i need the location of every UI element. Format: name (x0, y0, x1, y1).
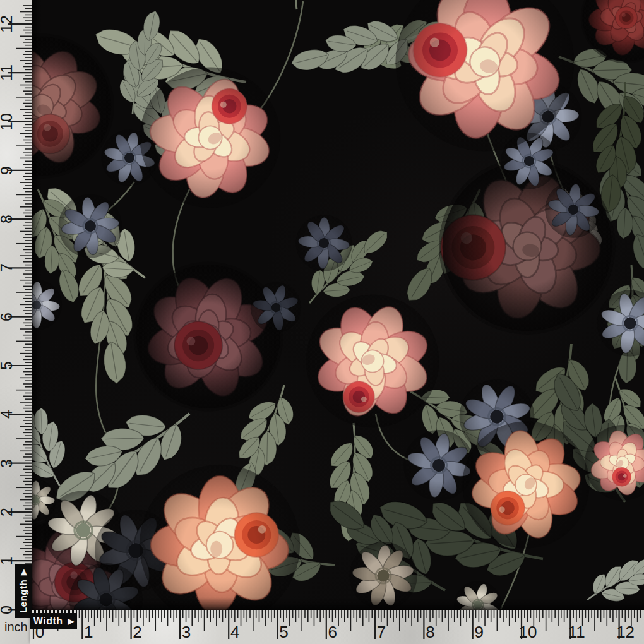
ruler-number: 3 (182, 623, 191, 642)
width-badge: Width ▶ (30, 610, 77, 629)
ruler-number: 8 (0, 210, 15, 228)
rose-flower (140, 465, 300, 625)
ruler-number: 10 (519, 623, 537, 642)
ruler-number: 1 (0, 552, 15, 569)
fabric-product-image: 0123456789101112 Length ▶ 01234567891011… (0, 0, 644, 644)
ruler-number: 5 (279, 623, 288, 642)
ruler-number: 10 (0, 113, 15, 131)
ruler-number: 7 (377, 623, 386, 642)
arrow-right-icon: ▶ (68, 617, 75, 625)
length-badge: Length ▶ (15, 564, 32, 618)
arrow-up-icon: ▶ (20, 569, 27, 575)
ruler-number: 9 (0, 162, 15, 179)
fabric-swatch (0, 0, 644, 644)
ruler-number: 12 (0, 15, 15, 33)
floral-print-artwork (0, 0, 644, 644)
ruler-number: 1 (84, 623, 93, 642)
leaf-sprig (270, 0, 329, 11)
dark-rose-flower (117, 245, 301, 429)
width-badge-label: Width (33, 616, 63, 627)
ruler-number: 11 (568, 623, 585, 642)
length-badge-label: Length (18, 580, 28, 613)
ruler-number: 2 (133, 623, 141, 642)
ruler-number: 8 (426, 623, 434, 642)
ruler-number: 9 (474, 623, 483, 642)
daisy-flower (349, 542, 417, 610)
ruler-number: 6 (0, 308, 15, 326)
ruler-number: 4 (230, 623, 239, 642)
ruler-number: 0 (0, 601, 15, 619)
ruler-number: 7 (0, 259, 15, 277)
ruler-number: 6 (328, 623, 337, 642)
ruler-number: 11 (0, 64, 15, 81)
vertical-length-ruler: 0123456789101112 Length ▶ (0, 0, 32, 644)
leaf-sprig (578, 541, 644, 617)
ruler-number: 12 (616, 623, 635, 642)
unit-label: inch (4, 620, 28, 635)
ruler-number: 4 (0, 405, 15, 423)
ruler-number: 3 (0, 455, 15, 472)
ruler-number: 2 (0, 503, 15, 521)
horizontal-width-ruler: 0123456789101112 Width ▶ (30, 610, 644, 644)
ruler-number: 5 (0, 357, 15, 374)
